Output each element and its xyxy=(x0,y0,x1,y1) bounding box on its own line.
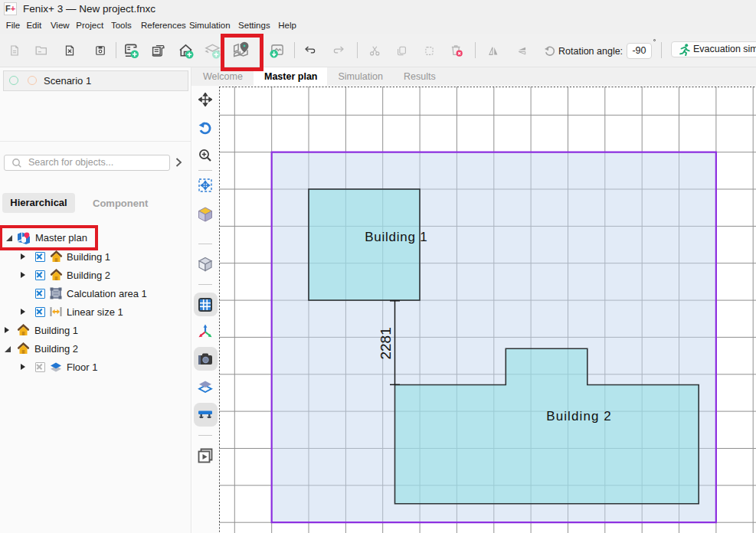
svg-text:2281: 2281 xyxy=(378,327,394,359)
svg-text:Building 1: Building 1 xyxy=(365,230,427,244)
svg-text:Building 2: Building 2 xyxy=(546,409,612,423)
